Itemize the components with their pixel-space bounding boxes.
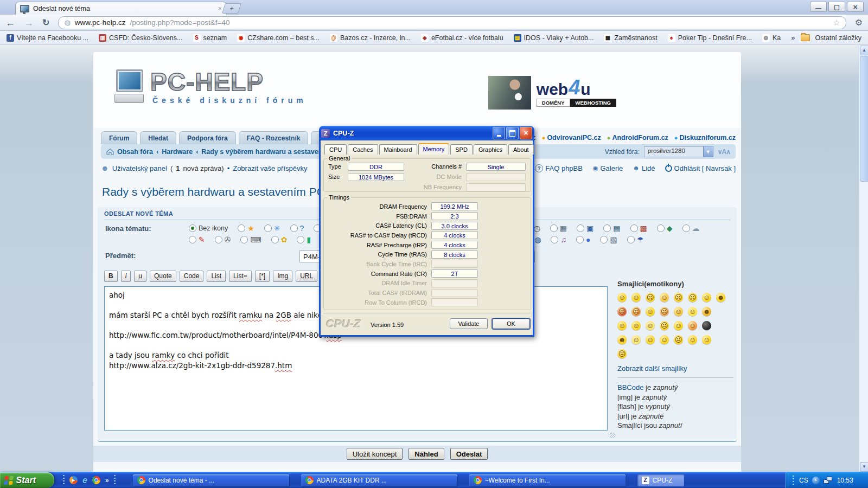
topic-icon-option[interactable]: ✎ bbox=[189, 236, 205, 243]
radio-button[interactable] bbox=[290, 224, 298, 232]
smiley-icon[interactable]: ☺ bbox=[646, 335, 655, 344]
bbcode-u-button[interactable]: u bbox=[134, 271, 146, 282]
nav-tab-hledat[interactable]: Hledat bbox=[140, 131, 176, 144]
minimize-icon[interactable] bbox=[810, 2, 827, 12]
smiley-icon[interactable]: ☹ bbox=[674, 293, 683, 302]
scroll-down-icon[interactable]: ▼ bbox=[860, 462, 868, 472]
radio-button[interactable] bbox=[551, 236, 558, 243]
smiley-icon[interactable]: ☹ bbox=[660, 321, 669, 330]
preview-button[interactable]: Náhled bbox=[409, 448, 444, 460]
breadcrumb-link-hardware[interactable]: Hardware bbox=[162, 148, 193, 156]
breadcrumb-link-obsah-f-ra[interactable]: Obsah fóra bbox=[117, 148, 153, 156]
radio-button[interactable] bbox=[189, 236, 196, 243]
page-scrollbar[interactable]: ▲ ▼ bbox=[859, 45, 868, 472]
smiley-icon[interactable]: ☺ bbox=[702, 335, 711, 344]
start-button[interactable]: Start bbox=[0, 472, 54, 488]
bookmark-bazos[interactable]: @Bazos.cz - Inzerce, in... bbox=[330, 34, 411, 42]
topic-icon-option[interactable]: ♫ bbox=[551, 236, 566, 243]
smiley-icon[interactable]: ☺ bbox=[660, 335, 669, 344]
topic-icon-option[interactable]: ? bbox=[290, 224, 304, 232]
back-icon[interactable]: ← bbox=[5, 18, 15, 28]
status-name[interactable]: BBCode bbox=[617, 383, 643, 391]
nav-tab-f-rum[interactable]: Fórum bbox=[101, 131, 137, 144]
topic-icon-option[interactable]: ✇ bbox=[215, 236, 231, 243]
topic-icon-option[interactable]: ▣ bbox=[577, 224, 593, 232]
smiley-icon[interactable] bbox=[702, 321, 711, 330]
resize-grip[interactable] bbox=[610, 433, 615, 438]
smiley-icon[interactable]: ☻ bbox=[702, 307, 711, 316]
topic-icon-option[interactable]: ✿ bbox=[271, 236, 288, 243]
forum-logo[interactable]: PC-HELP České diskuzní fórum bbox=[116, 69, 307, 105]
topic-icon-option[interactable]: ● bbox=[576, 236, 590, 243]
bbcode-b-button[interactable]: B bbox=[104, 271, 118, 282]
browser-tab[interactable]: Odeslat nové téma × bbox=[15, 2, 227, 15]
smiley-icon[interactable]: ☹ bbox=[631, 307, 641, 316]
radio-button[interactable] bbox=[577, 224, 584, 232]
cpuz-tab-graphics[interactable]: Graphics bbox=[474, 144, 507, 155]
cpuz-titlebar[interactable]: CPU-Z bbox=[319, 126, 534, 140]
bbcode-i-button[interactable]: i bbox=[121, 271, 131, 282]
other-bookmarks-label[interactable]: Ostatní záložky bbox=[815, 34, 861, 42]
smiley-icon[interactable]: ☺ bbox=[631, 293, 641, 302]
topic-icon-option[interactable]: ▩ bbox=[630, 224, 647, 232]
radio-button[interactable] bbox=[576, 236, 584, 243]
cpuz-tab-memory[interactable]: Memory bbox=[418, 143, 450, 155]
radio-button[interactable] bbox=[215, 236, 222, 243]
bookmark-csfd[interactable]: ▥CSFD: Česko-Slovens... bbox=[99, 34, 182, 42]
save-draft-button[interactable]: Uložit koncept bbox=[347, 448, 403, 460]
smiley-icon[interactable]: ☺ bbox=[660, 293, 669, 302]
chevron-down-icon[interactable]: ▼ bbox=[703, 146, 713, 157]
topic-icon-option[interactable]: ▦ bbox=[550, 224, 567, 232]
topic-icon-option[interactable]: ◆ bbox=[657, 224, 673, 232]
smiley-icon[interactable]: ☺ bbox=[646, 321, 655, 330]
bbcode-url-button[interactable]: URL bbox=[296, 271, 317, 282]
home-icon[interactable] bbox=[106, 148, 114, 155]
bbcode-list-button[interactable]: List bbox=[207, 271, 226, 282]
quick-launch-overflow-icon[interactable]: » bbox=[105, 477, 109, 484]
topic-icon-option[interactable]: ▧ bbox=[600, 236, 617, 243]
bookmark-efotbal[interactable]: ◈eFotbal.cz - více fotbalu bbox=[421, 34, 503, 42]
topic-icon-option[interactable]: ✳ bbox=[264, 224, 280, 232]
radio-button[interactable] bbox=[550, 224, 558, 232]
bookmark-czshare[interactable]: ◉CZshare.com – best s... bbox=[237, 34, 320, 42]
taskbar-task-odeslat-nov-t-ma[interactable]: Odeslat nové téma - ... bbox=[133, 474, 289, 486]
bookmark-poker[interactable]: ♠Poker Tip - Dnešní Fre... bbox=[668, 34, 752, 42]
bookmark-facebook[interactable]: fVítejte na Facebooku ... bbox=[7, 34, 88, 42]
close-icon[interactable] bbox=[847, 2, 864, 12]
smiley-icon[interactable]: ☺ bbox=[688, 335, 697, 344]
bbcode-list-button[interactable]: List= bbox=[229, 271, 252, 282]
more-smilies-link[interactable]: Zobrazit další smajlíky bbox=[617, 364, 733, 373]
nav-tab-faq-rozcestn-k[interactable]: FAQ - Rozcestník bbox=[239, 131, 309, 144]
header-link-galerie[interactable]: ◉Galerie bbox=[592, 164, 623, 172]
bbcode-img-button[interactable]: Img bbox=[273, 271, 292, 282]
smiley-icon[interactable]: ☺ bbox=[617, 321, 627, 330]
cpuz-tab-spd[interactable]: SPD bbox=[450, 144, 473, 155]
smiley-icon[interactable]: ☻ bbox=[716, 293, 725, 302]
menu-wrench-icon[interactable]: ⚙ bbox=[855, 17, 863, 28]
smiley-icon[interactable]: ☺ bbox=[702, 293, 711, 302]
bookmark-idos[interactable]: ▤IDOS - Vlaky + Autob... bbox=[514, 34, 594, 42]
smiley-icon[interactable]: ☺ bbox=[674, 307, 683, 316]
bookmarks-overflow-icon[interactable]: » bbox=[791, 34, 795, 42]
smiley-icon[interactable]: ☺ bbox=[646, 307, 655, 316]
chrome-icon[interactable] bbox=[92, 476, 100, 484]
bbcode-quote-button[interactable]: Quote bbox=[150, 271, 176, 282]
radio-button[interactable] bbox=[600, 236, 608, 243]
cpuz-tab-mainboard[interactable]: Mainboard bbox=[379, 144, 417, 155]
cpuz-tab-about[interactable]: About bbox=[508, 144, 534, 155]
topic-icon-option[interactable]: ⌨ bbox=[240, 236, 261, 243]
smiley-icon[interactable]: ☺ bbox=[631, 335, 641, 344]
ok-button[interactable]: OK bbox=[492, 318, 530, 329]
bookmark-kariera[interactable]: ◍Kariéra - Vstupní dota... bbox=[762, 34, 781, 42]
radio-button[interactable] bbox=[603, 224, 611, 232]
smiley-icon[interactable]: ☺ bbox=[617, 293, 627, 302]
topic-icon-option[interactable]: ☁ bbox=[682, 224, 700, 232]
topic-icon-option[interactable]: ★ bbox=[238, 224, 254, 232]
tab-close-icon[interactable]: × bbox=[218, 5, 222, 12]
bookmark-star-icon[interactable]: ☆ bbox=[833, 18, 840, 28]
taskbar-task-welcome-to-first-in[interactable]: ~Welcome to First In... bbox=[469, 474, 626, 486]
media-player-icon[interactable] bbox=[69, 476, 78, 484]
topic-icon-option[interactable]: ☂ bbox=[627, 236, 644, 243]
font-resize-control[interactable]: ∨A∧ bbox=[718, 148, 730, 156]
smiley-icon[interactable]: ☹ bbox=[617, 349, 627, 358]
